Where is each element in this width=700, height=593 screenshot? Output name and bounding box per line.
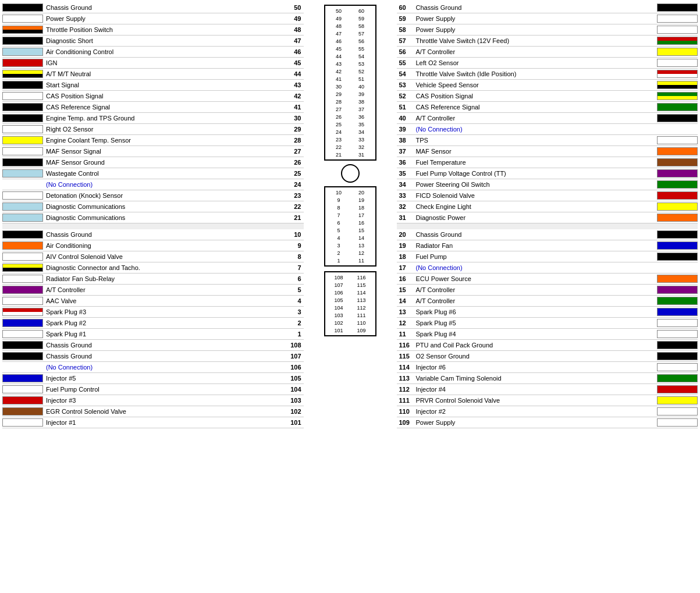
pin-row: 212 [328,249,373,257]
table-row: Injector #1101 [2,417,304,428]
signal-name: Diagnostic Short [44,37,286,44]
color-bar [657,253,698,261]
pin-row: 101109 [328,326,373,334]
table-row: AIV Control Solenoid Valve8 [2,251,304,262]
pin-number: 107 [286,353,304,360]
pin-num-left: 50 [333,8,344,14]
pin-num-left: 22 [333,144,344,150]
pin-num-left: 102 [333,320,344,326]
color-bar [657,158,698,166]
right-panel: 60Chassis Ground59Power Supply58Power Su… [397,2,698,428]
pin-num-left: 42 [333,69,344,74]
pin-num-right: 112 [356,305,367,311]
signal-name: A/T Controller [44,286,286,293]
pin-number: 38 [397,137,414,144]
table-row: Detonation (Knock) Sensor23 [2,190,304,201]
signal-name: A/T Controller [414,115,656,122]
color-bar [657,319,698,327]
table-row: 113Variable Cam Timing Solenoid [397,373,698,384]
signal-name: Power Supply [414,15,656,22]
pin-number: 1 [286,331,304,338]
pin-num-left: 25 [333,122,344,127]
signal-name: A/T Controller [414,297,656,304]
signal-name: Wastegate Control [44,170,286,177]
pin-row: 4555 [328,45,373,52]
signal-name: CAS Reference Signal [44,104,286,111]
color-bar [2,275,43,283]
pin-number: 46 [286,48,304,55]
table-row: 35Fuel Pump Voltage Control (TT) [397,168,698,179]
table-row: Chassis Ground10 [2,229,304,240]
pin-num-left: 10 [333,190,344,196]
signal-name: Fuel Pump Control [44,386,286,393]
pin-number: 35 [397,170,414,177]
color-bar [2,37,43,45]
pin-number: 41 [286,104,304,111]
pin-num-right: 12 [356,250,367,256]
signal-name: Power Supply [44,15,286,22]
pin-num-left: 28 [333,99,344,105]
signal-name: Throttle Position Switch [44,26,286,33]
signal-name: Injector #5 [44,375,286,382]
signal-name: FICD Solenoid Valve [414,192,656,199]
table-row: 112Injector #4 [397,384,698,395]
color-bar [657,374,698,382]
pin-number: 106 [286,364,304,371]
color-bar [2,158,43,166]
pin-number: 49 [286,15,304,22]
pin-number: 15 [397,286,414,293]
table-row: 38TPS [397,135,698,146]
pin-number: 40 [397,115,414,122]
signal-name: A/T M/T Neutral [44,70,286,77]
color-bar [657,70,698,78]
pin-num-left: 9 [333,197,344,203]
pin-num-left: 21 [333,152,344,158]
signal-name: Injector #2 [414,408,656,415]
pin-row: 1020 [328,189,373,196]
signal-name: CAS Position Signal [414,93,656,100]
signal-name: Start Signal [44,81,286,88]
connector-top: 5060495948584757465645554454435342524151… [324,5,376,161]
pin-row: 111 [328,257,373,264]
table-row: AAC Valve4 [2,296,304,307]
color-bar [2,214,43,222]
pin-num-right: 33 [356,137,367,143]
table-row: 114Injector #6 [397,362,698,373]
pin-num-left: 3 [333,243,344,248]
table-row: 52CAS Position Signal [397,91,698,102]
connector-body-top: 5060495948584757465645554454435342524151… [324,5,376,161]
table-row: Radiator Fan Sub-Relay6 [2,274,304,285]
table-row: 57Throttle Valve Switch (12V Feed) [397,35,698,47]
pin-row: 5060 [328,7,373,15]
pin-number: 37 [397,148,414,155]
pin-row: 4959 [328,15,373,22]
table-row: 36Fuel Temperature [397,157,698,168]
pin-num-left: 41 [333,76,344,82]
table-row: 51CAS Reference Signal [397,102,698,113]
color-bar [657,341,698,349]
pin-number: 20 [397,231,414,238]
color-bar [657,396,698,404]
pin-number: 44 [286,70,304,77]
table-row: 19Radiator Fan [397,240,698,251]
signal-name: Radiator Fan [414,242,656,249]
signal-name: EGR Control Solenoid Valve [44,408,286,415]
color-bar [657,114,698,122]
pin-number: 113 [397,375,414,382]
signal-name: Spark Plug #6 [414,308,656,315]
pin-number: 14 [397,297,414,304]
pin-row: 2737 [328,105,373,113]
signal-name: Check Engine Light [414,203,656,210]
pin-row: 2636 [328,113,373,120]
signal-name: MAF Sensor Ground [44,159,286,166]
table-row: 58Power Supply [397,24,698,35]
color-bar [657,230,698,239]
pin-num-right: 51 [356,76,367,82]
color-bar [2,385,43,393]
pin-number: 59 [397,15,414,22]
pin-num-left: 30 [333,84,344,90]
pin-num-left: 44 [333,54,344,59]
signal-name: Chassis Ground [44,231,286,238]
pin-number: 111 [397,397,414,404]
signal-name: (No Connection) [414,264,656,271]
